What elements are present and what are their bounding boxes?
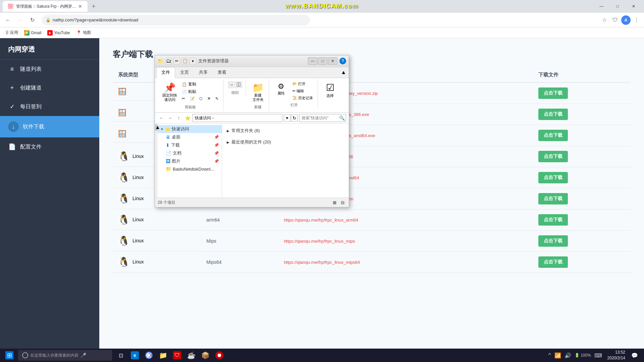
back-button[interactable]: ← — [3, 15, 13, 25]
explorer-toolbar-btn1[interactable]: 🗂 — [165, 58, 172, 64]
minimize-button[interactable]: — — [594, 0, 609, 13]
download-url-link[interactable]: https://qianqu.me/frp/frpc_linux_mips64 — [284, 260, 360, 265]
download-file-button[interactable]: 点击下载 — [538, 214, 568, 226]
explorer-maximize-button[interactable]: □ — [318, 57, 327, 65]
maximize-button[interactable]: □ — [610, 0, 625, 13]
tree-item-baidunetdisk[interactable]: 📁 BaiduNetdiskDownl... — [158, 165, 222, 173]
download-file-button[interactable]: 点击下载 — [538, 109, 568, 120]
paste-shortcut-button[interactable]: ⬡ — [197, 96, 205, 102]
explorer-back-button[interactable]: ← — [158, 114, 165, 122]
start-button[interactable] — [1, 349, 17, 362]
ribbon-tab-file[interactable]: 文件 — [156, 67, 175, 78]
taskbar-search-bar[interactable]: 在这里输入你要搜索的内容 🎤 — [18, 350, 112, 361]
explorer-toolbar-btn4[interactable]: ▼ — [190, 58, 196, 64]
explorer-up-button[interactable]: ↑ — [175, 114, 182, 122]
tab-close-button[interactable]: ✕ — [78, 4, 82, 9]
taskbar-edge[interactable]: e — [128, 349, 142, 362]
download-url-link[interactable]: https://qianqu.me/frp/frpc_linux_mips — [284, 239, 355, 244]
bookmark-gmail[interactable]: M Gmail — [21, 29, 44, 37]
refresh-button[interactable]: ↻ — [27, 15, 38, 25]
rename-button[interactable]: ✎ — [213, 96, 220, 102]
download-file-button[interactable]: 点击下载 — [538, 235, 568, 247]
sidebar-item-tunnel-list[interactable]: ≡ 隧道列表 — [0, 60, 99, 78]
sidebar-item-software-download[interactable]: ↓ 软件下载 — [0, 116, 99, 137]
explorer-help-button[interactable]: ? — [339, 58, 346, 64]
delete-button[interactable]: ✕ — [205, 96, 213, 102]
file-group-recent-files-header[interactable]: ▶ 最近使用的文件 (20) — [225, 138, 346, 146]
bookmark-star-icon[interactable]: ☆ — [600, 15, 609, 25]
ribbon-tab-view[interactable]: 查看 — [213, 67, 231, 78]
download-file-button[interactable]: 点击下载 — [538, 151, 568, 162]
menu-icon[interactable]: ⋮ — [632, 15, 641, 25]
taskbar-app-java[interactable]: ☕ — [184, 349, 198, 362]
profile-icon[interactable]: A — [621, 15, 631, 25]
refresh-path-button[interactable]: ↻ — [291, 114, 298, 122]
copy-to-btn[interactable]: ⿰ — [235, 81, 242, 88]
cell-download-url[interactable]: https://qianqu.me/frp/frpc_linux_mips64 — [278, 252, 533, 273]
explorer-minimize-button[interactable]: — — [308, 57, 317, 65]
download-file-button[interactable]: 点击下载 — [538, 193, 568, 204]
explorer-path-bar[interactable]: 快速访问 › — [193, 114, 282, 122]
list-view-button[interactable]: ▦ — [331, 199, 338, 206]
tree-item-documents[interactable]: 📄 文档 📌 — [158, 149, 222, 157]
new-tab-button[interactable]: + — [89, 2, 98, 11]
tree-item-quick-access[interactable]: ▼ ⭐ 快速访问 — [158, 125, 222, 133]
taskbar-app-box[interactable]: 📦 — [199, 349, 212, 362]
taskbar-antivirus[interactable]: 🛡 — [170, 349, 184, 362]
sidebar-item-create-tunnel[interactable]: + 创建隧道 — [0, 78, 99, 97]
select-button[interactable]: ☑ 选择 — [322, 81, 338, 100]
left-scrollbar[interactable]: ▲ — [155, 124, 158, 197]
download-file-button[interactable]: 点击下载 — [538, 172, 568, 183]
keyboard-icon[interactable]: ⌨ — [593, 351, 603, 360]
file-group-recent-folders-header[interactable]: ▶ 常用文件夹 (8) — [225, 126, 346, 135]
active-tab[interactable]: 🌸 管理面板 :: Sakura Frp - 内网穿... ✕ — [3, 1, 88, 12]
volume-icon[interactable]: 🔊 — [563, 351, 573, 360]
sidebar-item-config-file[interactable]: 📄 配置文件 — [0, 137, 99, 156]
move-btn[interactable]: → — [228, 81, 235, 88]
network-icon[interactable]: 📶 — [553, 351, 562, 360]
explorer-toolbar-btn3[interactable]: 📋 — [181, 58, 188, 64]
taskbar-clock[interactable]: 13:52 2020/2/14 — [605, 350, 628, 361]
cut-button[interactable]: ✂ — [180, 96, 187, 102]
tray-expand-icon[interactable]: ^ — [547, 351, 552, 360]
bookmark-youtube[interactable]: ▶ YouTube — [45, 29, 72, 37]
ribbon-tab-share[interactable]: 共享 — [194, 67, 213, 78]
taskbar-chrome[interactable] — [142, 349, 156, 362]
address-bar[interactable]: 🔒 natfrp.com/?page=panel&module=download — [42, 15, 310, 25]
sidebar-item-daily-signin[interactable]: ✓ 每日签到 — [0, 97, 99, 116]
taskbar-task-view[interactable]: ⊡ — [114, 349, 127, 362]
bookmark-maps[interactable]: 📍 地图 — [73, 28, 94, 37]
new-folder-button[interactable]: 📁 新建文件夹 — [250, 81, 266, 103]
details-view-button[interactable]: ▤ — [339, 199, 346, 206]
download-file-button[interactable]: 点击下载 — [538, 130, 568, 141]
download-url-link[interactable]: https://qianqu.me/frp/frpc_linux_arm64 — [284, 218, 358, 223]
explorer-forward-button[interactable]: → — [166, 114, 174, 122]
close-button[interactable]: ✕ — [626, 0, 641, 13]
paste-button[interactable]: 📄 粘贴 — [180, 88, 220, 95]
properties-button[interactable]: ⚙ 属性 — [273, 81, 289, 97]
explorer-close-button[interactable]: ✕ — [328, 57, 337, 65]
tree-item-downloads[interactable]: ⬇ 下载 📌 — [158, 141, 222, 149]
path-dropdown-button[interactable]: ▼ — [284, 114, 290, 122]
notification-center-button[interactable]: 💬 — [629, 349, 640, 362]
tree-item-pictures[interactable]: 🖼 图片 📌 — [158, 157, 222, 165]
cell-download-url[interactable]: https://qianqu.me/frp/frpc_linux_arm64 — [278, 209, 533, 231]
taskbar-mic-icon[interactable]: 🎤 — [80, 353, 86, 358]
forward-button[interactable]: → — [15, 15, 25, 25]
explorer-search-icon[interactable]: 🔍 — [339, 115, 345, 121]
pin-to-quick-access-button[interactable]: 📌 固定到快速访问 — [160, 81, 179, 103]
copy-button[interactable]: 📋 复制 — [180, 81, 220, 88]
ribbon-collapse-btn[interactable]: ▲ — [341, 67, 347, 78]
tree-item-desktop[interactable]: 🖥 桌面 📌 — [158, 133, 222, 141]
scroll-up-btn[interactable]: ▲ — [155, 124, 158, 131]
cell-download-url[interactable]: https://qianqu.me/frp/frpc_linux_mips — [278, 231, 533, 252]
edit-button[interactable]: ✏ 编辑 — [290, 88, 315, 94]
explorer-toolbar-btn2[interactable]: ✏ — [173, 58, 180, 64]
copy-path-button[interactable]: 📝 — [188, 96, 197, 102]
extension-icon[interactable]: 🛡 — [610, 15, 620, 25]
taskbar-recorder[interactable]: ⏺ — [213, 349, 226, 362]
ribbon-tab-home[interactable]: 主页 — [175, 67, 194, 78]
download-file-button[interactable]: 点击下载 — [538, 87, 568, 99]
bookmark-apps[interactable]: ⠿ 应用 — [3, 28, 21, 37]
taskbar-file-explorer[interactable]: 📁 — [156, 349, 170, 362]
